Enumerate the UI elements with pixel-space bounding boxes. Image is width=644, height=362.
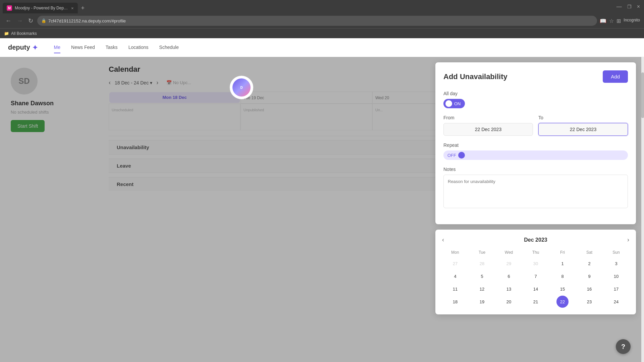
cal-day-1-4[interactable]: 8 <box>556 270 569 282</box>
notes-field: Notes <box>443 167 628 209</box>
add-unavailability-button[interactable]: Add <box>603 70 628 83</box>
bookmarks-folder-icon: 📁 <box>4 31 9 36</box>
cal-day-0-6[interactable]: 3 <box>610 257 622 269</box>
calendar-days[interactable]: 2728293012345678910111213141516171819202… <box>442 257 629 308</box>
toggle-on-label: ON <box>454 101 461 106</box>
active-tab[interactable]: M Moodjoy - Powered By Deputy... × <box>3 3 78 13</box>
tab-close-icon[interactable]: × <box>71 6 74 11</box>
weekday-fri: Fri <box>549 249 576 256</box>
from-date-input[interactable]: 22 Dec 2023 <box>443 123 533 136</box>
scrollbar[interactable] <box>641 57 644 362</box>
cal-day-1-5[interactable]: 9 <box>583 270 595 282</box>
nav-item-me[interactable]: Me <box>54 42 60 53</box>
minimize-button[interactable]: — <box>616 4 622 10</box>
close-button[interactable]: × <box>637 4 640 10</box>
cal-day-1-6[interactable]: 10 <box>610 270 622 282</box>
split-view-icon[interactable]: ⊞ <box>616 18 621 24</box>
tab-bar: M Moodjoy - Powered By Deputy... × + <box>0 0 644 13</box>
all-day-label: All day <box>443 91 628 96</box>
from-label: From <box>443 115 533 120</box>
cal-day-3-5[interactable]: 23 <box>583 296 595 308</box>
cal-day-0-2[interactable]: 29 <box>503 257 515 269</box>
to-date-field: To 22 Dec 2023 <box>538 115 628 136</box>
weekday-wed: Wed <box>496 249 522 256</box>
cal-day-0-5[interactable]: 2 <box>583 257 595 269</box>
repeat-label: Repeat <box>443 142 628 148</box>
cal-day-2-1[interactable]: 12 <box>476 283 488 295</box>
nav-item-news-feed[interactable]: News Feed <box>71 42 95 53</box>
weekday-sat: Sat <box>576 249 602 256</box>
notes-textarea[interactable] <box>443 175 628 208</box>
tab-favicon: M <box>7 5 12 11</box>
forward-browser-button[interactable]: → <box>15 16 24 26</box>
cal-day-2-5[interactable]: 16 <box>583 283 595 295</box>
calendar-weekdays: Mon Tue Wed Thu Fri Sat Sun <box>442 249 629 256</box>
nav-item-schedule[interactable]: Schedule <box>159 42 179 53</box>
cal-day-3-6[interactable]: 24 <box>610 296 622 308</box>
url-text: 7cf47d19112152.na.deputy.com/#profile <box>48 18 126 23</box>
cal-day-1-3[interactable]: 7 <box>530 270 542 282</box>
cal-day-2-4[interactable]: 15 <box>556 283 569 295</box>
bookmark-icon[interactable]: ☆ <box>609 18 614 24</box>
reader-mode-icon[interactable]: 📖 <box>600 18 606 24</box>
cal-day-0-1[interactable]: 28 <box>476 257 488 269</box>
tab-title: Moodjoy - Powered By Deputy... <box>15 6 68 10</box>
cal-day-1-2[interactable]: 6 <box>503 270 515 282</box>
maximize-button[interactable]: ❐ <box>627 4 632 9</box>
toggle-circle <box>445 100 452 107</box>
deputy-logo: deputy ✦ <box>8 44 38 52</box>
back-browser-button[interactable]: ← <box>4 16 13 26</box>
scroll-thumb[interactable] <box>641 72 644 118</box>
address-bar[interactable]: 🔒 7cf47d19112152.na.deputy.com/#profile <box>37 16 597 26</box>
deputy-overlay-logo: D <box>230 76 253 99</box>
cal-day-1-0[interactable]: 4 <box>449 270 461 282</box>
app-content: deputy ✦ Me News Feed Tasks Locations Sc… <box>0 38 644 362</box>
incognito-label: Incognito <box>624 18 640 24</box>
bookmarks-label[interactable]: All Bookmarks <box>11 31 37 36</box>
panel-title: Add Unavailability <box>443 72 507 81</box>
cal-day-3-0[interactable]: 18 <box>449 296 461 308</box>
cal-day-2-0[interactable]: 11 <box>449 283 461 295</box>
all-day-toggle[interactable]: ON <box>443 99 465 108</box>
new-tab-button[interactable]: + <box>78 3 88 13</box>
cal-picker-prev-button[interactable]: ‹ <box>442 236 444 243</box>
weekday-mon: Mon <box>442 249 468 256</box>
cal-day-0-3[interactable]: 30 <box>530 257 542 269</box>
lock-icon: 🔒 <box>41 18 46 23</box>
repeat-field: Repeat OFF <box>443 142 628 160</box>
cal-day-3-4[interactable]: 22 <box>556 296 569 308</box>
cal-day-2-2[interactable]: 13 <box>503 283 515 295</box>
weekday-tue: Tue <box>469 249 495 256</box>
bookmarks-bar: 📁 All Bookmarks <box>0 28 644 38</box>
app-navigation: deputy ✦ Me News Feed Tasks Locations Sc… <box>0 38 644 57</box>
cal-day-0-0[interactable]: 27 <box>449 257 461 269</box>
calendar-picker-header: ‹ Dec 2023 › <box>442 236 629 243</box>
cal-day-2-6[interactable]: 17 <box>610 283 622 295</box>
to-date-input[interactable]: 22 Dec 2023 <box>538 123 628 136</box>
nav-item-locations[interactable]: Locations <box>128 42 149 53</box>
cal-day-3-1[interactable]: 19 <box>476 296 488 308</box>
from-date-field: From 22 Dec 2023 <box>443 115 533 136</box>
cal-day-2-3[interactable]: 14 <box>530 283 542 295</box>
cal-day-1-1[interactable]: 5 <box>476 270 488 282</box>
repeat-toggle-circle <box>458 152 465 159</box>
notes-label: Notes <box>443 167 628 172</box>
nav-item-tasks[interactable]: Tasks <box>106 42 118 53</box>
logo-text: deputy <box>8 44 30 51</box>
toggle-off-label: OFF <box>447 153 456 158</box>
refresh-button[interactable]: ↻ <box>27 16 35 26</box>
weekday-sun: Sun <box>603 249 629 256</box>
cal-day-3-2[interactable]: 20 <box>503 296 515 308</box>
cal-picker-next-button[interactable]: › <box>627 236 629 243</box>
cal-day-0-4[interactable]: 1 <box>556 257 569 269</box>
date-picker-calendar: ‹ Dec 2023 › Mon Tue Wed Thu Fri Sat Sun <box>435 230 636 314</box>
add-unavailability-panel: Add Unavailability Add All day ON <box>435 62 636 224</box>
cal-day-3-3[interactable]: 21 <box>530 296 542 308</box>
help-button[interactable]: ? <box>616 339 631 354</box>
repeat-toggle[interactable]: OFF <box>443 150 628 160</box>
panel-header: Add Unavailability Add <box>443 70 628 83</box>
all-day-field: All day ON <box>443 91 628 108</box>
browser-toolbar: ← → ↻ 🔒 7cf47d19112152.na.deputy.com/#pr… <box>0 13 644 28</box>
browser-window: — ❐ × M Moodjoy - Powered By Deputy... ×… <box>0 0 644 362</box>
to-label: To <box>538 115 628 120</box>
